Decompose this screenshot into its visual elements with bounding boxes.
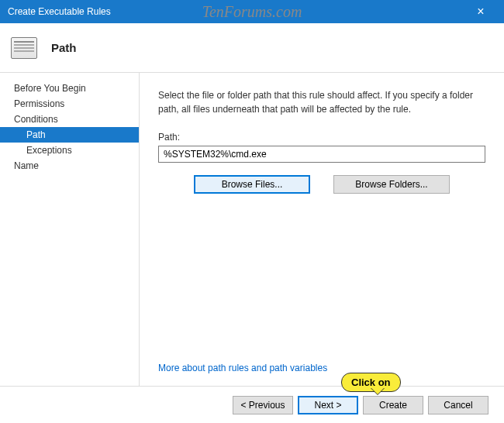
next-button[interactable]: Next > (298, 396, 358, 414)
previous-button[interactable]: < Previous (233, 396, 293, 414)
title-bar: Create Executable Rules × (0, 0, 504, 23)
wizard-header: Path (0, 23, 504, 73)
wizard-body: Before You BeginPermissionsConditionsPat… (0, 73, 504, 386)
browse-files-button[interactable]: Browse Files... (194, 175, 310, 194)
close-icon[interactable]: × (465, 5, 496, 19)
help-link[interactable]: More about path rules and path variables (158, 363, 485, 378)
nav-item-before-you-begin[interactable]: Before You Begin (0, 81, 139, 96)
annotation-callout: Click on (341, 373, 401, 392)
nav-item-conditions[interactable]: Conditions (0, 112, 139, 127)
path-input[interactable] (158, 146, 485, 163)
nav-item-permissions[interactable]: Permissions (0, 96, 139, 112)
cancel-button[interactable]: Cancel (428, 396, 488, 414)
description-text: Select the file or folder path that this… (158, 88, 485, 116)
path-label: Path: (158, 132, 485, 143)
wizard-footer: < Previous Next > Create Cancel (0, 386, 504, 423)
nav-item-path[interactable]: Path (0, 127, 139, 143)
nav-item-name[interactable]: Name (0, 158, 139, 174)
nav-sidebar: Before You BeginPermissionsConditionsPat… (0, 73, 140, 386)
main-panel: Select the file or folder path that this… (140, 73, 504, 386)
window-title: Create Executable Rules (8, 6, 111, 17)
page-icon (11, 37, 37, 59)
browse-folders-button[interactable]: Browse Folders... (333, 175, 450, 194)
page-title: Path (51, 41, 77, 54)
nav-item-exceptions[interactable]: Exceptions (0, 143, 139, 158)
browse-row: Browse Files... Browse Folders... (158, 175, 485, 194)
